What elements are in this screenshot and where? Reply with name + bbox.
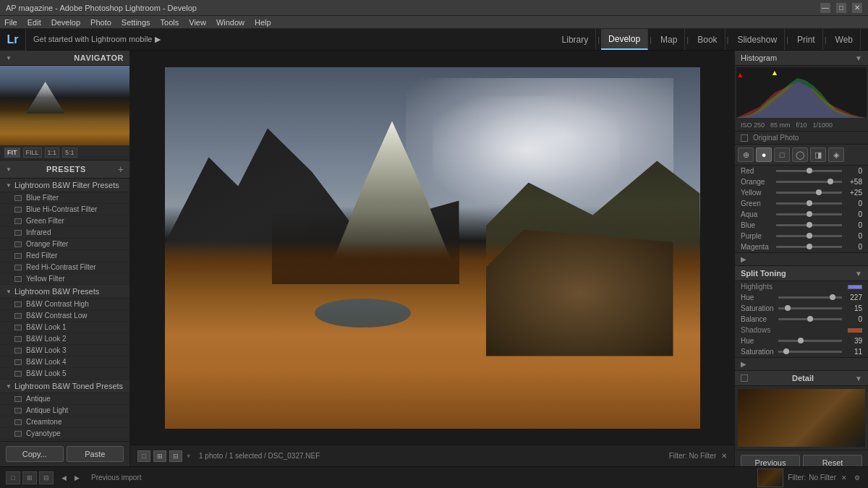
preset-group-header-bw-filter[interactable]: ▼ Lightroom B&W Filter Presets [0,179,129,192]
redeye-tool[interactable]: ◯ [792,147,808,162]
histogram-header[interactable]: Histogram ▼ [735,51,868,66]
list-item[interactable]: Antique Light [0,405,129,416]
list-item[interactable]: B&W Contrast High [0,299,129,310]
list-item[interactable]: B&W Look 2 [0,333,129,345]
original-photo-toggle[interactable]: Original Photo [735,132,868,145]
shadows-swatch[interactable] [848,328,862,333]
nav-book[interactable]: Book [690,29,725,50]
list-item[interactable]: Green Filter [0,215,129,227]
list-item[interactable]: Cyanotype [0,428,129,440]
menu-edit[interactable]: Edit [27,18,41,27]
filter-settings-icon[interactable]: ⚙ [852,473,862,483]
menu-help[interactable]: Help [255,18,271,27]
menu-photo[interactable]: Photo [90,18,111,27]
view-single-icon[interactable]: □ [137,450,150,462]
filmstrip-nav-left[interactable]: ◀ [58,472,69,484]
menu-view[interactable]: View [189,18,206,27]
hsl-blue-slider[interactable] [776,224,842,226]
paste-button[interactable]: Paste [67,446,124,462]
hsl-aqua-slider[interactable] [776,213,842,215]
preset-label: Green Filter [26,217,64,225]
preset-group-header-bw-presets[interactable]: ▼ Lightroom B&W Presets [0,285,129,299]
list-item[interactable]: Blue Hi-Contrast Filter [0,204,129,215]
panel-toggle[interactable]: ▶ [735,253,868,266]
list-item[interactable]: Red Filter [0,250,129,262]
presets-add-button[interactable]: + [118,163,124,175]
navigator-panel-header[interactable]: ▼ Navigator [0,51,129,66]
copy-button[interactable]: Copy... [6,446,64,462]
nav-develop[interactable]: Develop [601,29,648,50]
adjust-tool[interactable]: ● [756,147,772,162]
detail-header[interactable]: Detail ▼ [735,371,868,386]
promo-arrow: ▶ [155,35,161,43]
panel-toggle-2[interactable]: ▶ [735,358,868,371]
zoom-5-1[interactable]: 5:1 [62,147,77,158]
detail-title: Detail [792,374,814,382]
list-item[interactable]: Blue Filter [0,192,129,204]
maximize-button[interactable]: □ [836,3,846,13]
nav-library[interactable]: Library [555,29,597,50]
previous-button[interactable]: Previous [741,455,800,466]
shadows-hue-slider[interactable] [778,340,842,342]
list-item[interactable]: B&W Look 5 [0,368,129,380]
crop-tool[interactable]: ⊕ [738,147,754,162]
hsl-red-slider[interactable] [776,170,842,172]
menu-file[interactable]: File [4,18,17,27]
hsl-green-slider[interactable] [776,202,842,205]
menu-develop[interactable]: Develop [51,18,80,27]
nav-web[interactable]: Web [828,29,861,50]
menu-settings[interactable]: Settings [122,18,150,27]
view-grid-icon[interactable]: ⊞ [153,450,166,462]
brush-tool[interactable]: ◈ [828,147,844,162]
filmstrip-view2[interactable]: ⊞ [22,471,37,484]
menu-window[interactable]: Window [216,18,244,27]
zoom-fit[interactable]: FIT [4,147,20,158]
filmstrip-view1[interactable]: □ [6,471,20,484]
spot-tool[interactable]: □ [774,147,790,162]
group-name-bw-presets: Lightroom B&W Presets [14,287,99,296]
filmstrip-view3[interactable]: ⊟ [39,471,54,484]
list-item[interactable]: B&W Look 3 [0,345,129,356]
nav-slideshow[interactable]: Slideshow [730,29,785,50]
hsl-purple-slider[interactable] [776,235,842,237]
list-item[interactable]: B&W Look 1 [0,322,129,333]
zoom-fill[interactable]: FILL [23,147,42,158]
nav-print[interactable]: Print [790,29,823,50]
highlights-swatch[interactable] [848,285,862,289]
close-button[interactable]: ✕ [852,3,862,13]
list-item[interactable]: Creamtone [0,416,129,428]
hsl-purple-row: Purple 0 [735,231,868,241]
highlights-hue-slider[interactable] [778,296,842,299]
list-item[interactable]: Infrared [0,227,129,239]
filmstrip-thumbnail[interactable] [757,468,783,487]
zoom-1-1[interactable]: 1:1 [45,147,60,158]
balance-slider[interactable] [778,318,842,320]
nav-map[interactable]: Map [653,29,685,50]
list-item[interactable]: B&W Contrast Low [0,310,129,322]
hsl-orange-slider[interactable] [776,181,842,183]
hsl-magenta-slider[interactable] [776,246,842,248]
filter-clear-btn[interactable]: ✕ [839,473,849,483]
list-item[interactable]: Red Hi-Contrast Filter [0,262,129,273]
split-toning-header[interactable]: Split Toning ▼ [735,266,868,281]
minimize-button[interactable]: — [820,3,830,13]
list-item[interactable]: Yellow Filter [0,273,129,285]
list-item[interactable]: Orange Filter [0,239,129,250]
filmstrip-nav-right[interactable]: ▶ [71,472,82,484]
view-compare-icon[interactable]: ⊟ [169,450,182,462]
mobile-promo[interactable]: Get started with Lightroom mobile ▶ [26,35,555,44]
preset-label: B&W Look 2 [26,335,67,343]
filter-clear-icon[interactable]: ✕ [721,452,727,460]
grad-tool[interactable]: ◨ [810,147,826,162]
shadows-sat-slider[interactable] [778,351,842,353]
preset-icon-bw-lo [14,313,22,319]
preset-group-header-bw-toned[interactable]: ▼ Lightroom B&W Toned Presets [0,380,129,393]
hsl-yellow-slider[interactable] [776,192,842,194]
menu-tools[interactable]: Tools [161,18,179,27]
highlights-sat-slider[interactable] [778,307,842,309]
list-item[interactable]: Antique [0,393,129,405]
preset-label: B&W Contrast High [26,300,89,308]
reset-button[interactable]: Reset [803,455,862,466]
list-item[interactable]: B&W Look 4 [0,356,129,368]
hsl-section: Red 0 Orange +58 Yellow +25 Green 0 Aqua [735,166,868,253]
